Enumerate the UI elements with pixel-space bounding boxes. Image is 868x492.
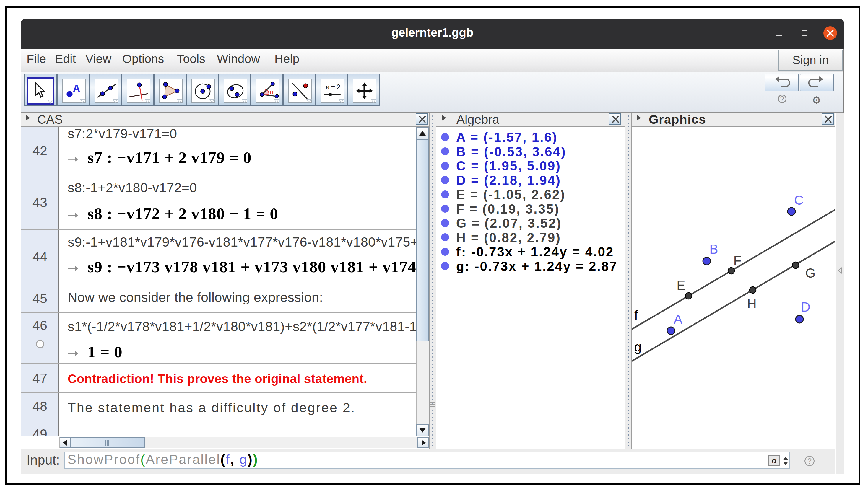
svg-text:C: C <box>794 193 803 207</box>
svg-text:g: g <box>634 340 642 354</box>
svg-text:a = 2: a = 2 <box>326 83 340 91</box>
svg-text:A: A <box>73 83 80 94</box>
svg-text:f: f <box>634 308 638 322</box>
svg-text:A: A <box>674 312 682 326</box>
svg-text:F: F <box>733 253 742 268</box>
svg-text:B: B <box>709 242 718 256</box>
svg-text:E: E <box>677 278 685 292</box>
svg-text:H: H <box>747 296 756 311</box>
svg-text:D: D <box>801 300 811 314</box>
svg-text:α: α <box>270 89 273 95</box>
svg-text:G: G <box>805 266 815 280</box>
